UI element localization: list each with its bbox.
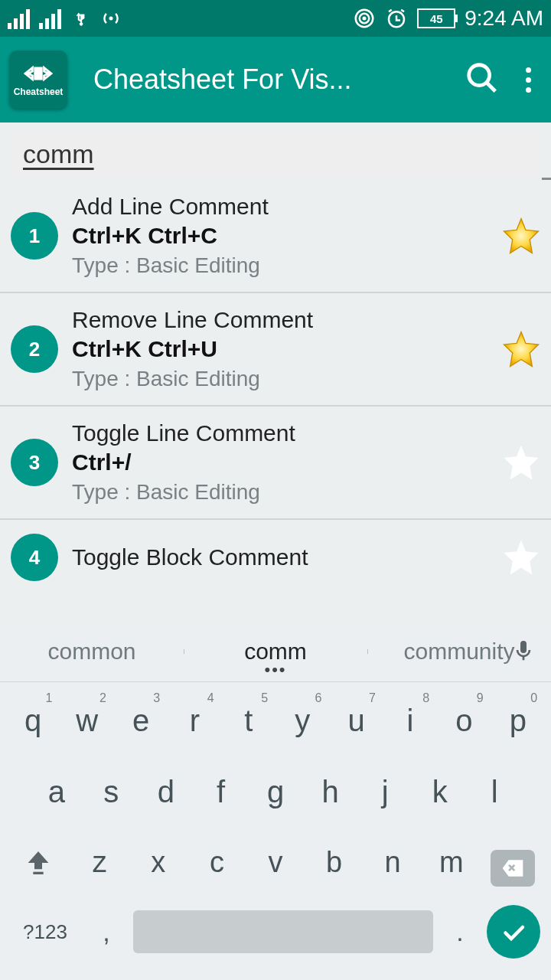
app-bar: Cheatsheet Cheatsheet For Vis... bbox=[0, 37, 551, 122]
list-item[interactable]: 2Remove Line CommentCtrl+K Ctrl+UType : … bbox=[0, 293, 551, 407]
key-b[interactable]: b bbox=[305, 834, 364, 891]
key-t[interactable]: 5t bbox=[222, 691, 276, 750]
svg-point-5 bbox=[469, 65, 490, 86]
key-j[interactable]: j bbox=[357, 763, 412, 822]
key-a[interactable]: a bbox=[29, 763, 84, 822]
key-z[interactable]: z bbox=[70, 834, 129, 891]
key-u[interactable]: 7u bbox=[329, 691, 383, 750]
alarm-icon bbox=[385, 7, 408, 30]
svg-rect-4 bbox=[34, 67, 42, 80]
space-key[interactable] bbox=[133, 910, 433, 953]
row-type: Type : Basic Editing bbox=[72, 480, 500, 505]
key-k[interactable]: k bbox=[412, 763, 468, 822]
key-n[interactable]: n bbox=[364, 834, 422, 891]
key-i[interactable]: 8i bbox=[383, 691, 437, 750]
svg-rect-6 bbox=[33, 871, 43, 874]
row-type: Type : Basic Editing bbox=[72, 253, 500, 278]
suggestion[interactable]: common bbox=[0, 639, 184, 665]
keyboard: common comm community ••• 1q2w3e4r5t6y7u… bbox=[0, 621, 551, 980]
signal-icon bbox=[39, 8, 61, 29]
list-item[interactable]: 3Toggle Line CommentCtrl+/Type : Basic E… bbox=[0, 407, 551, 520]
row-shortcut: Ctrl+K Ctrl+C bbox=[72, 223, 500, 249]
key-s[interactable]: s bbox=[84, 763, 139, 822]
enter-key[interactable] bbox=[487, 905, 540, 959]
key-l[interactable]: l bbox=[468, 763, 523, 822]
star-icon[interactable] bbox=[500, 215, 542, 256]
key-q[interactable]: 1q bbox=[6, 691, 60, 750]
star-icon[interactable] bbox=[500, 328, 542, 370]
app-icon[interactable]: Cheatsheet bbox=[9, 51, 67, 109]
expand-suggestions-icon[interactable]: ••• bbox=[264, 660, 286, 680]
comma-key[interactable]: , bbox=[87, 917, 126, 947]
search-input[interactable]: comm bbox=[11, 132, 540, 175]
mic-icon[interactable] bbox=[511, 635, 536, 668]
more-button[interactable] bbox=[515, 67, 542, 93]
row-title: Toggle Block Comment bbox=[72, 544, 500, 570]
list-item[interactable]: 4Toggle Block Comment bbox=[0, 520, 551, 581]
battery-icon: 45 bbox=[417, 8, 455, 28]
key-e[interactable]: 3e bbox=[114, 691, 168, 750]
row-number: 3 bbox=[11, 439, 58, 486]
row-title: Add Line Comment bbox=[72, 194, 500, 220]
row-shortcut: Ctrl+K Ctrl+U bbox=[72, 336, 500, 362]
key-r[interactable]: 4r bbox=[168, 691, 221, 750]
clock: 9:24 AM bbox=[465, 6, 543, 31]
suggestion-bar: common comm community ••• bbox=[0, 621, 551, 682]
key-c[interactable]: c bbox=[187, 834, 246, 891]
row-title: Toggle Line Comment bbox=[72, 420, 500, 446]
row-title: Remove Line Comment bbox=[72, 307, 500, 333]
app-title: Cheatsheet For Vis... bbox=[93, 64, 352, 96]
star-icon[interactable] bbox=[500, 442, 542, 483]
svg-point-2 bbox=[363, 17, 367, 21]
hotspot-icon bbox=[99, 7, 122, 30]
symbols-key[interactable]: ?123 bbox=[11, 920, 80, 944]
key-y[interactable]: 6y bbox=[276, 691, 329, 750]
cast-icon bbox=[353, 7, 376, 30]
list-item[interactable]: 1Add Line CommentCtrl+K Ctrl+CType : Bas… bbox=[0, 180, 551, 293]
row-type: Type : Basic Editing bbox=[72, 367, 500, 391]
key-v[interactable]: v bbox=[246, 834, 305, 891]
key-h[interactable]: h bbox=[303, 763, 358, 822]
key-g[interactable]: g bbox=[248, 763, 303, 822]
key-o[interactable]: 9o bbox=[437, 691, 491, 750]
results-list: 1Add Line CommentCtrl+K Ctrl+CType : Bas… bbox=[0, 180, 551, 581]
row-number: 1 bbox=[11, 212, 58, 260]
search-button[interactable] bbox=[449, 60, 515, 99]
key-f[interactable]: f bbox=[194, 763, 249, 822]
key-m[interactable]: m bbox=[422, 834, 481, 891]
key-x[interactable]: x bbox=[129, 834, 188, 891]
star-icon[interactable] bbox=[500, 537, 542, 578]
row-shortcut: Ctrl+/ bbox=[72, 449, 500, 475]
key-p[interactable]: 0p bbox=[491, 691, 545, 750]
signal-icon bbox=[8, 8, 30, 29]
backspace-key[interactable] bbox=[481, 834, 545, 891]
key-d[interactable]: d bbox=[139, 763, 194, 822]
status-bar: 45 9:24 AM bbox=[0, 0, 551, 37]
usb-icon bbox=[70, 7, 90, 30]
row-number: 4 bbox=[11, 534, 58, 581]
period-key[interactable]: . bbox=[441, 917, 479, 947]
shift-key[interactable] bbox=[6, 834, 70, 891]
row-number: 2 bbox=[11, 325, 58, 373]
key-w[interactable]: 2w bbox=[60, 691, 113, 750]
